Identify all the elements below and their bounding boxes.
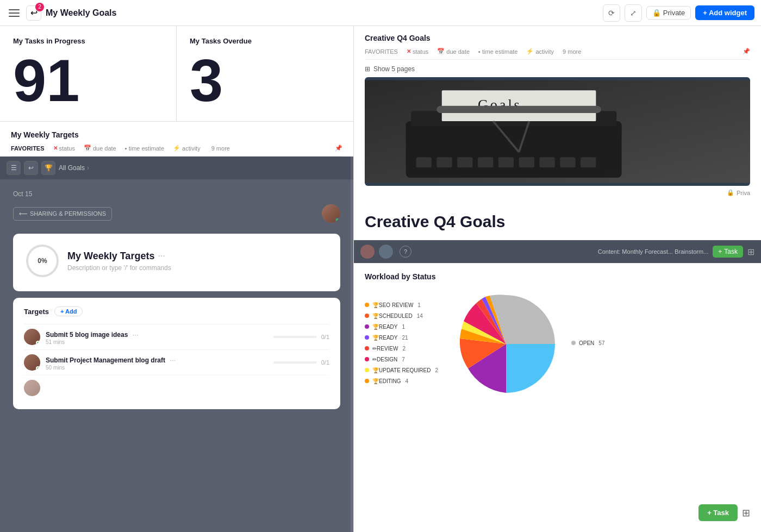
cq4-help-button[interactable]: ? [400,246,411,258]
private-button[interactable]: 🔒 Private [646,6,691,20]
svg-rect-8 [519,157,534,167]
target-more-2[interactable]: ··· [170,356,176,364]
inner-menu-button[interactable]: ☰ [7,161,21,175]
legend-dot-scheduled [365,314,369,318]
legend-dot-ready1 [365,324,369,329]
tab-activity[interactable]: ⚡ activity [173,145,201,152]
tab-due-date[interactable]: 📅 due date [84,145,116,152]
legend-ready21: 🏆READY 21 [365,335,441,341]
task-label: Task [724,248,738,255]
block-icon: ▪ [125,145,127,152]
target-name-1: Submit 5 blog image ideas [46,331,128,339]
refresh-icon: ⟳ [608,9,615,17]
inner-trophy-button[interactable]: 🏆 [41,161,55,175]
legend-scheduled: 🏆SCHEDULED 14 [365,313,441,319]
inner-user-avatar [322,204,340,223]
show-pages-label: Show 5 pages [373,65,415,73]
inner-scrollbar[interactable] [351,157,353,532]
pin-icon[interactable]: 📌 [335,145,342,152]
legend-dot-editing [365,379,369,383]
goal-more-button[interactable]: ··· [158,251,165,261]
target-time-2: 50 mins [46,365,268,371]
legend-dot-ready21 [365,335,369,340]
cq4-content-text: Content: Monthly Forecast... Brainstorm.… [598,248,709,255]
legend-dot-open [571,341,576,345]
cq4-status-label: status [413,48,428,55]
svg-rect-5 [457,157,472,167]
svg-rect-6 [478,157,493,167]
tab-status[interactable]: ✕ status [53,145,75,152]
legend-open: OPEN 57 [571,340,604,346]
add-target-button[interactable]: + Add [54,306,83,316]
cq4-bottom-bar: ? Content: Monthly Forecast... Brainstor… [354,240,761,263]
cq4-grid-icon[interactable]: ⊞ [747,247,754,257]
inner-breadcrumb: All Goals › [59,164,89,172]
weekly-targets-header: My Weekly Targets FAVORITES ✕ status 📅 d… [0,122,353,157]
cq4-task-button[interactable]: + Task [713,246,743,258]
avatar-dot-1 [36,341,40,345]
cq4-tab-activity[interactable]: ⚡ activity [526,48,554,55]
svg-rect-9 [539,157,554,167]
grid-fab-button[interactable]: ⊞ [742,507,750,519]
cq4-tab-due-date[interactable]: 📅 due date [437,48,470,55]
weekly-targets-section: My Weekly Targets FAVORITES ✕ status 📅 d… [0,122,353,532]
legend-count-design: 7 [402,356,405,362]
legend-label-seo: 🏆SEO REVIEW [372,302,413,308]
task-fab-button[interactable]: + Task [698,504,738,521]
add-widget-button[interactable]: + Add widget [695,5,754,20]
tab-more[interactable]: 9 more [211,145,230,152]
tasks-overdue-title: My Tasks Overdue [190,37,340,45]
tasks-in-progress-number: 91 [13,51,163,110]
cq4-priv-label: Priva [737,190,750,196]
cq4-tab-more[interactable]: 9 more [563,48,581,55]
cq4-pin-icon[interactable]: 📌 [743,48,750,55]
target-time-1: 51 mins [46,339,268,345]
topbar: ↩ 2 My Weekly Goals ⟳ ⤢ 🔒 Private + Add … [0,0,761,26]
goal-title: My Weekly Targets [67,251,154,262]
cq4-calendar-icon: 📅 [437,48,445,55]
cq4-tab-favorites[interactable]: FAVORITES [365,48,398,55]
time-estimate-label: time estimate [129,145,164,152]
target-user-avatar-2 [24,354,40,371]
cq4-header: Creative Q4 Goals FAVORITES ✕ status 📅 d… [354,26,761,60]
cq4-tabs: FAVORITES ✕ status 📅 due date ▪ time est… [365,48,750,60]
cq4-tab-status[interactable]: ✕ status [407,48,428,55]
cq4-page-preview: Goals [365,77,750,186]
legend-label-ready1: 🏆READY [372,324,397,330]
legend-count-review: 2 [402,346,406,352]
legend-ready1: 🏆READY 1 [365,324,441,330]
cq4-favorites-label: FAVORITES [365,48,398,55]
tasks-overdue-widget: My Tasks Overdue 3 [177,26,353,121]
legend-label-ready21: 🏆READY [372,335,397,341]
refresh-button[interactable]: ⟳ [603,4,620,22]
page-title: My Weekly Goals [46,8,598,18]
tab-time-estimate[interactable]: ▪ time estimate [125,145,164,152]
svg-rect-4 [436,157,452,167]
legend-label-scheduled: 🏆SCHEDULED [372,313,413,319]
target-ratio-2: 0/1 [321,359,329,366]
legend-design: ✏DESIGN 7 [365,356,441,362]
targets-header: Targets + Add [24,306,329,316]
target-more-1[interactable]: ··· [133,330,139,339]
chevron-right-icon: › [87,164,89,172]
target-item: Submit 5 blog image ideas ··· 51 mins 0/… [24,324,329,349]
workload-title: Workload by Status [365,272,750,281]
hamburger-menu-button[interactable] [7,5,22,21]
workload-pie-chart [452,290,560,398]
inner-back-button[interactable]: ↩ [24,161,38,175]
target-ratio-1: 0/1 [321,334,329,340]
tab-favorites[interactable]: FAVORITES [11,145,45,152]
sharing-permissions-button[interactable]: ⟵ SHARING & PERMISSIONS [13,207,112,221]
legend-label-design: ✏DESIGN [372,356,397,362]
cq4-tab-time-estimate[interactable]: ▪ time estimate [478,48,517,55]
svg-rect-1 [406,121,622,178]
due-date-label: due date [93,145,116,152]
show-pages-button[interactable]: ⊞ Show 5 pages [365,65,750,73]
trophy-icon: 🏆 [45,164,53,172]
legend-dot-design [365,357,369,361]
cq4-avatar-1 [360,245,375,259]
cq4-avatar-2 [379,245,393,259]
expand-button[interactable]: ⤢ [625,4,642,22]
back-button[interactable]: ↩ 2 [26,5,41,21]
status-label: status [59,145,75,152]
